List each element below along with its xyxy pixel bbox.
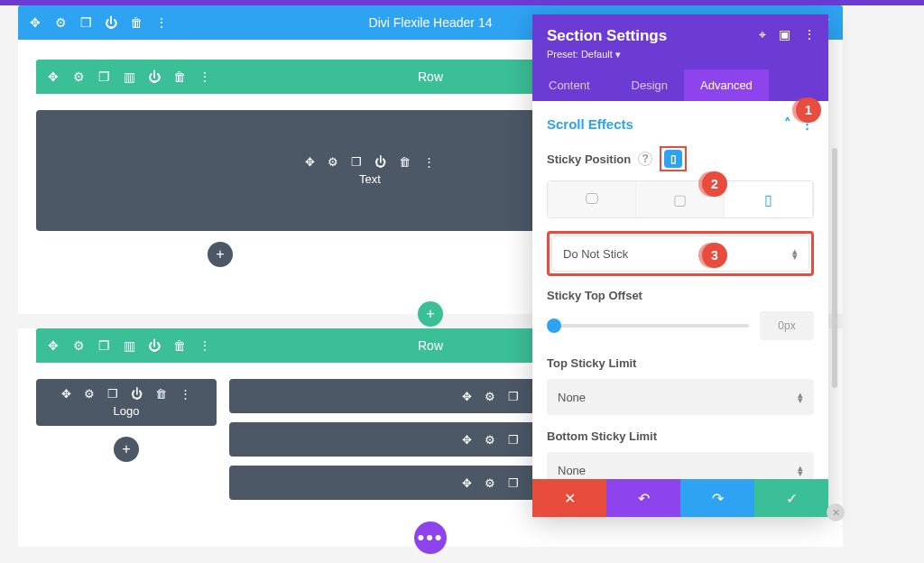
close-panel-button[interactable]: ✕ (827, 503, 845, 521)
undo-button[interactable]: ↶ (606, 479, 680, 517)
annotation-step-3: 3 (702, 243, 727, 268)
move-icon[interactable]: ✥ (29, 16, 42, 29)
more-icon[interactable]: ⋮ (199, 70, 211, 83)
device-tabs: 🖵 ▢ ▯ (547, 180, 814, 218)
more-icon[interactable]: ⋮ (423, 155, 435, 169)
sticky-top-offset-value[interactable]: 0px (760, 311, 814, 340)
redo-button[interactable]: ↷ (680, 479, 754, 517)
power-icon[interactable]: ⏻ (374, 155, 386, 169)
sticky-position-label: Sticky Position ? ▯ (547, 146, 814, 171)
responsive-icon[interactable]: ▣ (779, 27, 790, 42)
save-icon[interactable]: ⏻ (105, 16, 117, 29)
sticky-position-select[interactable]: Do Not Stick ▴▾ (551, 235, 809, 272)
section-settings-panel: Section Settings Preset: Default ▾ ⌖ ▣ ⋮… (532, 14, 828, 516)
collapse-icon[interactable]: ˄ (784, 115, 791, 132)
more-icon[interactable]: ⋮ (803, 27, 816, 42)
trash-icon[interactable]: 🗑 (173, 70, 186, 83)
tab-design[interactable]: Design (615, 69, 684, 101)
annotation-step-2: 2 (702, 171, 727, 197)
gear-icon[interactable]: ⚙ (72, 339, 85, 352)
move-icon[interactable]: ✥ (305, 155, 315, 169)
trash-icon[interactable]: 🗑 (155, 387, 167, 401)
gear-icon[interactable]: ⚙ (72, 70, 85, 83)
top-sticky-limit-label: Top Sticky Limit (547, 356, 814, 370)
duplicate-icon[interactable]: ❐ (79, 16, 92, 29)
move-icon[interactable]: ✥ (47, 70, 60, 83)
device-desktop[interactable]: 🖵 (548, 181, 636, 217)
tab-content[interactable]: Content (532, 69, 606, 101)
gear-icon[interactable]: ⚙ (328, 155, 338, 169)
columns-icon[interactable]: ▥ (123, 339, 135, 352)
add-module-button[interactable]: + (114, 437, 139, 462)
panel-action-bar: ✕ ↶ ↷ ✓ (532, 479, 828, 517)
add-row-button[interactable]: + (418, 301, 443, 327)
trash-icon[interactable]: 🗑 (399, 155, 411, 169)
columns-icon[interactable]: ▥ (123, 70, 135, 83)
power-icon[interactable]: ⏻ (131, 387, 143, 401)
module-name: Text (359, 172, 381, 186)
duplicate-icon[interactable]: ❐ (97, 339, 110, 352)
trash-icon[interactable]: 🗑 (130, 16, 143, 29)
caret-icon: ▴▾ (792, 248, 798, 259)
top-sticky-limit-select[interactable]: None▴▾ (547, 379, 814, 415)
cancel-button[interactable]: ✕ (532, 479, 606, 517)
preset-label[interactable]: Preset: Default (547, 49, 613, 60)
move-icon[interactable]: ✥ (47, 339, 60, 352)
tab-advanced[interactable]: Advanced (684, 69, 769, 101)
phone-icon[interactable]: ▯ (664, 150, 682, 168)
module-name: Logo (114, 404, 140, 418)
focus-icon[interactable]: ⌖ (759, 27, 766, 42)
gear-icon[interactable]: ⚙ (84, 387, 95, 401)
trash-icon[interactable]: 🗑 (173, 339, 186, 352)
builder-more-button[interactable]: ••• (414, 521, 447, 554)
section-title: Divi Flexile Header 14 (369, 15, 493, 30)
group-title[interactable]: Scroll Effects (547, 116, 633, 132)
panel-tabs: Content Design Advanced (532, 69, 828, 101)
module-logo[interactable]: ✥ ⚙ ❐ ⏻ 🗑 ⋮ Logo (36, 379, 217, 426)
device-phone[interactable]: ▯ (725, 181, 813, 217)
annotation-step-1: 1 (796, 97, 821, 123)
row-label: Row (418, 69, 443, 84)
panel-scrollbar[interactable] (832, 148, 837, 388)
row-label: Row (418, 338, 443, 353)
gear-icon[interactable]: ⚙ (54, 16, 67, 29)
help-icon[interactable]: ? (638, 152, 652, 166)
duplicate-icon[interactable]: ❐ (351, 155, 362, 169)
more-icon[interactable]: ⋮ (180, 387, 191, 401)
bottom-sticky-limit-label: Bottom Sticky Limit (547, 429, 814, 443)
sticky-top-offset-slider[interactable] (547, 324, 749, 328)
slider-thumb[interactable] (547, 318, 561, 333)
move-icon[interactable]: ✥ (61, 387, 71, 401)
duplicate-icon[interactable]: ❐ (97, 70, 110, 83)
sticky-top-offset-label: Sticky Top Offset (547, 289, 814, 302)
save-button[interactable]: ✓ (754, 479, 828, 517)
add-module-button[interactable]: + (208, 242, 233, 267)
power-icon[interactable]: ⏻ (148, 70, 161, 83)
annotation-box-3: Do Not Stick ▴▾ (547, 231, 814, 276)
annotation-box-2: ▯ (660, 146, 687, 171)
duplicate-icon[interactable]: ❐ (107, 387, 118, 401)
power-icon[interactable]: ⏻ (148, 339, 161, 352)
more-icon[interactable]: ⋮ (155, 16, 168, 29)
more-icon[interactable]: ⋮ (199, 339, 211, 352)
